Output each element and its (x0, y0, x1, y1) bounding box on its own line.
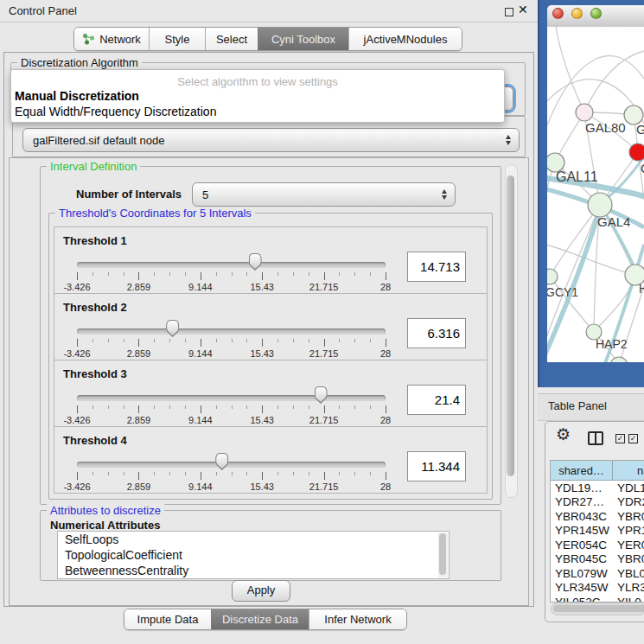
checkbox-icon[interactable]: ✓ (628, 434, 638, 443)
cell-name: YBL0 (612, 567, 644, 580)
threshold-panel: Threshold 2 -3.4262.8599.14415.4321.7152… (54, 293, 488, 360)
slider-tick (232, 405, 233, 409)
tab-style[interactable]: Style (149, 28, 205, 50)
slider-tick (370, 272, 371, 276)
slider-tick (108, 472, 109, 475)
table-row[interactable]: YER054CYER0 (551, 538, 644, 552)
column-header-name[interactable]: na (613, 461, 644, 480)
network-node[interactable] (629, 143, 644, 161)
network-node[interactable] (547, 269, 558, 284)
tab-impute-data[interactable]: Impute Data (124, 609, 211, 629)
network-node[interactable] (610, 357, 628, 362)
slider-tick (370, 339, 371, 342)
slider-tick (309, 339, 309, 342)
threshold-label: Threshold 1 (63, 234, 127, 247)
slider-tick (293, 472, 294, 475)
network-node[interactable] (588, 193, 612, 217)
slider-tick (370, 405, 371, 409)
column-header-shared-name[interactable]: shared… (551, 461, 613, 480)
cell-name: YDR2 (612, 495, 644, 508)
tab-cyni-toolbox[interactable]: Cyni Toolbox (258, 28, 348, 50)
slider-tick-label: 28 (361, 415, 410, 425)
screen: Control Panel ✕ Network Style Select Cyn… (0, 0, 644, 644)
numerical-attributes-list[interactable]: SelfLoopsTopologicalCoefficientBetweenne… (57, 531, 450, 579)
list-scrollbar[interactable] (438, 532, 448, 577)
slider-tick (169, 272, 170, 276)
slider-tick (154, 405, 155, 409)
threshold-slider-thumb[interactable] (315, 386, 328, 404)
settings-vertical-scrollbar[interactable] (505, 164, 518, 498)
window-close-button[interactable] (552, 8, 564, 19)
threshold-slider-track[interactable] (77, 395, 386, 401)
slider-tick-label: 15.43 (238, 282, 286, 292)
network-node[interactable] (576, 104, 593, 121)
table-row[interactable]: YPR145WYPR1 (551, 524, 644, 539)
table-row[interactable]: YDR27…YDR2 (551, 495, 644, 510)
table-row[interactable]: YDL19…YDL1 (551, 481, 644, 495)
thresholds-group-label: Threshold's Coordinates for 5 Intervals (55, 207, 255, 220)
table-row[interactable]: YIL052CYIL0 (551, 595, 644, 603)
tab-jactivemnodules[interactable]: jActiveMNodules (348, 28, 462, 50)
tab-infer-network[interactable]: Infer Network (309, 609, 406, 629)
slider-tick (169, 472, 170, 475)
threshold-value-field[interactable]: 11.344 (407, 451, 466, 481)
threshold-slider-track[interactable] (77, 262, 386, 268)
slider-tick (309, 272, 309, 276)
threshold-slider-thumb[interactable] (249, 253, 262, 271)
algorithm-dropdown-popup: Select algorithm to view settings Manual… (10, 69, 505, 123)
float-window-icon[interactable] (505, 8, 513, 16)
number-of-intervals-spinner[interactable]: 5 (192, 182, 456, 207)
apply-button[interactable]: Apply (232, 580, 290, 602)
slider-tick (138, 272, 139, 280)
window-minimize-button[interactable] (571, 8, 583, 19)
algorithm-option-equal-width[interactable]: Equal Width/Frequency Discretization (15, 105, 216, 118)
tab-label: Select (216, 33, 247, 46)
slider-tick (354, 272, 355, 276)
network-node-label: H (639, 282, 644, 296)
threshold-label: Threshold 3 (63, 367, 127, 380)
checkbox-icon[interactable]: ✓ (615, 434, 625, 443)
scrollbar-thumb[interactable] (507, 175, 514, 476)
threshold-slider-track[interactable] (77, 462, 386, 468)
slider-tick (277, 405, 278, 409)
tab-label: Discretize Data (222, 613, 298, 626)
slider-tick-label: 9.144 (176, 282, 225, 292)
threshold-slider-thumb[interactable] (215, 453, 228, 470)
threshold-value-field[interactable]: 6.316 (407, 318, 466, 348)
table-horizontal-scrollbar[interactable] (551, 603, 644, 615)
slider-tick (354, 472, 355, 475)
threshold-value-field[interactable]: 14.713 (407, 252, 466, 282)
table-data-combobox[interactable]: galFiltered.sif default node (22, 128, 520, 152)
table-row[interactable]: YBR043CYBR0 (551, 509, 644, 524)
tab-label: jActiveMNodules (364, 33, 448, 46)
threshold-panel: Threshold 3 -3.4262.8599.14415.4321.7152… (54, 360, 488, 427)
threshold-slider-track[interactable] (77, 328, 386, 335)
attribute-list-item[interactable]: TopologicalCoefficient (58, 547, 449, 563)
scrollbar-thumb[interactable] (439, 533, 446, 575)
window-zoom-button[interactable] (590, 8, 602, 19)
scrollbar-thumb[interactable] (553, 605, 644, 612)
table-row[interactable]: YLR345WYLR3 (551, 581, 644, 596)
threshold-value-field[interactable]: 21.4 (407, 385, 466, 415)
columns-icon[interactable] (588, 431, 603, 445)
cell-name: YIL0 (612, 596, 641, 603)
slider-tick (216, 405, 217, 409)
close-icon[interactable]: ✕ (518, 3, 528, 16)
tab-discretize-data[interactable]: Discretize Data (211, 609, 309, 629)
slider-tick-label: -3.426 (53, 481, 101, 492)
network-node-label: HAP2 (596, 337, 628, 351)
cell-name: YBR0 (612, 552, 644, 565)
threshold-slider-thumb[interactable] (166, 320, 179, 337)
attribute-list-item[interactable]: BetweennessCentrality (58, 563, 449, 578)
algorithm-option-manual[interactable]: Manual Discretization (15, 89, 139, 103)
network-canvas[interactable]: GAL80GACGAL11GAL4GCY1HHAP2 (547, 27, 644, 362)
gear-icon[interactable]: ⚙ (556, 426, 571, 443)
interval-definition-group-label: Interval Definition (47, 160, 140, 173)
slider-tick (216, 472, 217, 475)
tab-select[interactable]: Select (205, 28, 258, 50)
tab-network[interactable]: Network (74, 28, 149, 50)
slider-tick (185, 339, 186, 342)
attribute-list-item[interactable]: SelfLoops (58, 532, 449, 547)
table-row[interactable]: YBL079WYBL0 (551, 566, 644, 581)
table-row[interactable]: YBR045CYBR0 (551, 552, 644, 567)
